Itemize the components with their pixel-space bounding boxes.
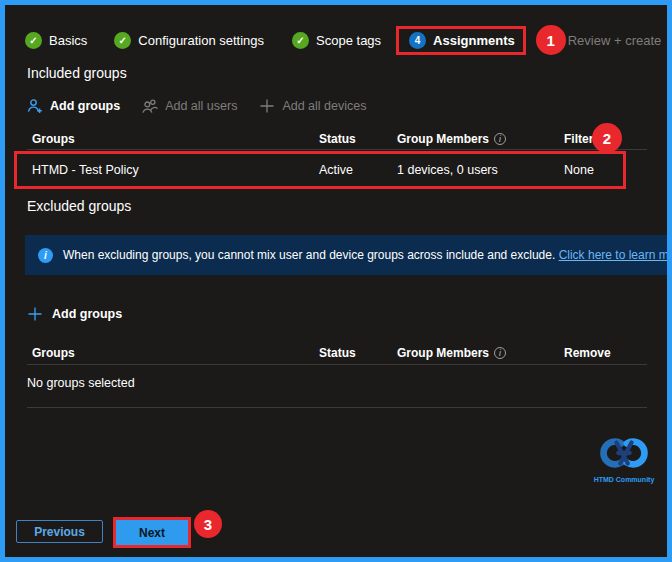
check-icon: ✓ [25,32,42,49]
add-all-devices-label: Add all devices [282,99,366,113]
section-divider [27,407,647,408]
included-groups-title: Included groups [27,65,127,81]
table-row[interactable]: HTMD - Test Policy Active 1 devices, 0 u… [17,163,623,177]
step-label: Scope tags [316,33,381,48]
step-number-icon: 4 [409,32,426,49]
htmd-community-logo: HTMD Community [591,435,657,483]
add-all-users-button[interactable]: Add all users [142,98,237,114]
plus-icon [27,306,43,322]
add-all-devices-button[interactable]: Add all devices [259,98,366,114]
info-icon: i [38,248,53,263]
col-status[interactable]: Status [319,346,397,360]
row-members: 1 devices, 0 users [397,163,564,177]
step-basics[interactable]: ✓ Basics [25,32,87,49]
col-groups[interactable]: Groups [27,346,319,360]
step-label: Configuration settings [138,33,264,48]
row-group-name[interactable]: HTMD - Test Policy [32,163,319,177]
htmd-logo-icon [595,435,653,471]
previous-button[interactable]: Previous [16,520,103,543]
excluded-add-groups-button[interactable]: Add groups [27,304,122,324]
step-assignments[interactable]: 4 Assignments [409,32,515,49]
annotation-box-group-row: HTMD - Test Policy Active 1 devices, 0 u… [14,151,626,189]
check-icon: ✓ [114,32,131,49]
col-group-members[interactable]: Group Members i [397,346,564,360]
person-add-icon [27,98,43,114]
plus-icon [259,98,275,114]
add-all-users-label: Add all users [165,99,237,113]
banner-text: When excluding groups, you cannot mix us… [63,248,667,262]
annotation-badge-3: 3 [194,510,222,538]
empty-state-text: No groups selected [27,376,135,390]
col-group-members[interactable]: Group Members i [397,132,564,146]
annotation-badge-2: 2 [592,123,622,153]
annotation-box-assignments: 4 Assignments [396,26,526,55]
annotation-box-next: Next [113,517,191,548]
row-filter[interactable]: None [564,163,623,177]
add-groups-label: Add groups [52,307,122,321]
step-configuration-settings[interactable]: ✓ Configuration settings [114,32,264,49]
row-status: Active [319,163,397,177]
step-label: Review + create [568,33,662,48]
people-icon [142,98,158,114]
excluded-groups-title: Excluded groups [27,198,131,214]
assignments-wizard-page: ✓ Basics ✓ Configuration settings ✓ Scop… [0,0,672,562]
info-icon[interactable]: i [494,133,506,145]
logo-caption: HTMD Community [591,476,657,483]
info-icon[interactable]: i [494,347,506,359]
next-button[interactable]: Next [116,520,188,545]
col-remove[interactable]: Remove [564,346,647,360]
col-groups[interactable]: Groups [27,132,319,146]
col-status[interactable]: Status [319,132,397,146]
step-review-create[interactable]: Review + create [568,33,662,48]
learn-more-link[interactable]: Click here to learn more about [559,248,667,262]
included-groups-actions: Add groups Add all users Add all devices [27,96,366,116]
add-groups-label: Add groups [50,99,120,113]
included-table-header: Groups Status Group Members i Filter [27,128,647,150]
info-banner: i When excluding groups, you cannot mix … [25,235,667,275]
annotation-badge-1: 1 [536,25,566,55]
step-label: Assignments [433,33,515,48]
wizard-stepper: ✓ Basics ✓ Configuration settings ✓ Scop… [25,23,663,57]
check-icon: ✓ [292,32,309,49]
step-label: Basics [49,33,87,48]
step-scope-tags[interactable]: ✓ Scope tags [292,32,381,49]
excluded-table-header: Groups Status Group Members i Remove [27,341,647,365]
add-groups-button[interactable]: Add groups [27,98,120,114]
